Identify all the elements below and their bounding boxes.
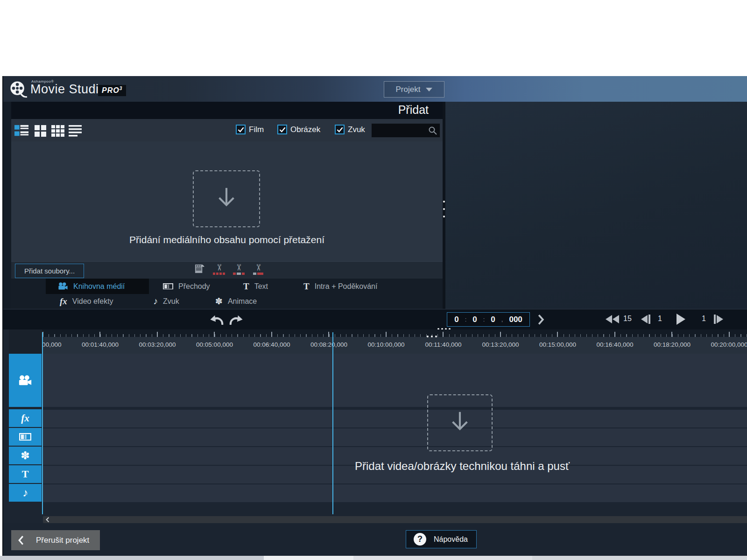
ruler-corner	[9, 329, 42, 354]
cut-middle-icon[interactable]: ✂	[231, 263, 247, 278]
taskbar-segment	[0, 556, 264, 560]
timeline-drop-zone[interactable]	[427, 394, 493, 451]
text-icon: T	[243, 281, 249, 292]
skip-back-button[interactable]	[606, 315, 619, 323]
track-header-audio[interactable]: ♪	[9, 484, 42, 502]
ruler-label: 00:10:00,000	[368, 341, 405, 348]
project-dropdown-label: Projekt	[396, 85, 421, 94]
jump-next-button[interactable]	[536, 313, 546, 326]
tab-media-library[interactable]: Knihovna médií	[51, 279, 131, 294]
down-arrow-icon	[214, 186, 239, 212]
tab-animation[interactable]: ✽ Animace	[209, 294, 263, 309]
tab-label: Intra + Poděkování	[315, 282, 378, 291]
track-header-transitions[interactable]	[9, 428, 42, 446]
play-icon	[677, 314, 685, 325]
step-back-icon	[641, 315, 648, 323]
audio-track-lane[interactable]	[42, 484, 747, 502]
add-files-button[interactable]: Přidat soubory...	[15, 264, 84, 278]
tab-label: Zvuk	[163, 297, 179, 306]
ruler-label: 00:01:40,000	[82, 341, 119, 348]
timecode-minutes: 0	[472, 315, 477, 324]
track-header-video-effects[interactable]: fx	[9, 409, 42, 427]
rewind-icon	[606, 315, 612, 323]
check-icon	[237, 126, 245, 133]
transition-icon	[19, 433, 31, 441]
video-track-lane[interactable]	[42, 354, 747, 407]
redo-button[interactable]	[228, 313, 244, 326]
camera-icon	[18, 375, 32, 386]
transition-icon	[163, 283, 173, 290]
down-arrow-icon	[448, 410, 472, 436]
title-bar: Ashampoo® Movie Studio PRO3 Projekt	[3, 76, 747, 102]
fx-track-lane[interactable]	[42, 409, 747, 427]
flower-icon: ✽	[21, 449, 29, 462]
list-view-icon[interactable]	[14, 124, 29, 137]
track-header-video[interactable]	[9, 354, 42, 407]
checkbox-image-label: Obrázek	[290, 125, 320, 134]
checkbox-audio-label: Zvuk	[348, 125, 365, 134]
app-title: Movie Studio	[30, 82, 106, 97]
taskbar-segment	[353, 556, 532, 560]
help-button[interactable]: ? Nápověda	[406, 530, 477, 548]
timeline-area: 00:00:00,000 00:01:40,000 00:03:20,000 0…	[3, 329, 747, 524]
grid-small-icon[interactable]	[50, 124, 65, 137]
panel-title: Přidat	[11, 102, 443, 119]
tab-label: Text	[254, 282, 268, 291]
track-header-text[interactable]: T	[9, 465, 42, 483]
media-drop-zone[interactable]: Přidání mediálního obsahu pomocí přetaže…	[11, 141, 443, 261]
grid-large-icon[interactable]	[33, 124, 48, 137]
tab-intro-credits[interactable]: T Intra + Poděkování	[297, 279, 384, 294]
undo-icon	[209, 314, 224, 325]
checkbox-audio[interactable]	[335, 125, 345, 134]
tab-video-effects[interactable]: fx Video efekty	[53, 294, 120, 309]
skip-back-value: 15	[623, 315, 632, 323]
cancel-project-button[interactable]: Přerušit projekt	[11, 530, 100, 550]
ruler-label: 00:11:40,000	[425, 341, 462, 348]
undo-button[interactable]	[209, 313, 225, 326]
transition-track-lane[interactable]	[42, 428, 747, 446]
step-back-button[interactable]	[641, 315, 650, 324]
checkbox-film-label: Film	[249, 125, 264, 134]
search-icon	[428, 126, 437, 135]
media-drop-caption: Přidání mediálního obsahu pomocí přetaže…	[11, 234, 443, 245]
timeline-ruler[interactable]: 00:00:00,000 00:01:40,000 00:03:20,000 0…	[42, 329, 747, 354]
checkbox-image[interactable]	[277, 125, 287, 134]
timeline-start-marker[interactable]	[42, 332, 43, 514]
chevron-down-icon	[426, 88, 432, 91]
step-forward-button[interactable]	[714, 315, 723, 324]
ruler-grip-icon[interactable]	[427, 336, 437, 337]
tab-audio[interactable]: ♪ Zvuk	[147, 294, 186, 309]
cut-all-icon[interactable]: ✂	[211, 263, 227, 278]
add-files-label: Přidat soubory...	[24, 267, 75, 275]
timecode-seconds: 0	[491, 315, 495, 324]
track-header-animation[interactable]: ✽	[9, 447, 42, 464]
tab-text[interactable]: T Text	[237, 279, 275, 294]
timeline-scrollbar[interactable]	[43, 516, 747, 523]
library-tabs: Knihovna médií Přechody T Text T Intra +…	[11, 279, 443, 309]
project-dropdown-button[interactable]: Projekt	[384, 81, 444, 98]
play-button[interactable]	[677, 314, 685, 325]
timeline-drop-caption: Přidat videa/obrázky technikou táhni a p…	[322, 460, 602, 473]
cut-end-icon[interactable]: ✂	[250, 263, 266, 278]
playhead-marker[interactable]	[332, 332, 333, 514]
timecode-display[interactable]: 0 : 0 : 0 , 000	[447, 312, 530, 327]
filter-toolbar: Film Obrázek Zvuk	[11, 119, 443, 142]
step-forward-icon	[717, 315, 723, 323]
text-icon: T	[22, 468, 29, 480]
detail-view-icon[interactable]	[67, 124, 83, 137]
tab-label: Přechody	[178, 282, 210, 291]
timecode-hours: 0	[454, 315, 458, 324]
rewind-icon	[613, 315, 619, 323]
tab-transitions[interactable]: Přechody	[156, 279, 217, 294]
splitter-grip-icon	[443, 201, 445, 217]
ruler-label: 00:16:40,000	[597, 341, 634, 348]
filmstrip-trim-icon[interactable]	[191, 263, 207, 278]
media-library-panel: Přidat Film Obrázek	[11, 102, 443, 309]
library-action-row: Přidat soubory... ✂ ✂ ✂	[11, 261, 443, 279]
film-reel-icon	[9, 80, 27, 98]
ruler-label: 00:05:00,000	[196, 341, 233, 348]
checkbox-film[interactable]	[236, 125, 246, 134]
search-input[interactable]	[374, 125, 428, 137]
ruler-label: 00:08:20,000	[310, 341, 347, 348]
footer-bar: Přerušit projekt ? Nápověda	[3, 523, 747, 556]
